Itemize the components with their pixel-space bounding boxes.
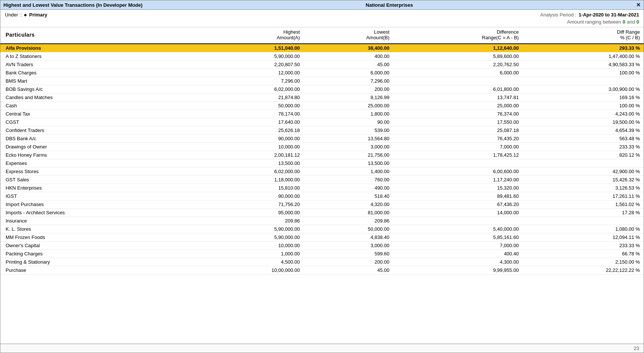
cell-highest: 10,00,000.00 bbox=[199, 266, 304, 274]
cell-highest: 12,000.00 bbox=[199, 69, 304, 77]
cell-highest: 1,000.00 bbox=[199, 250, 304, 258]
table-row[interactable]: HKN Enterprises15,810.00490.0015,320.003… bbox=[0, 184, 644, 192]
cell-particulars: Cash bbox=[0, 102, 199, 110]
table-row[interactable]: Confident Traders25,626.18539.0025,087.1… bbox=[0, 126, 644, 135]
cell-difference: 89,481.60 bbox=[393, 192, 522, 200]
table-row[interactable]: K. L. Stores5,90,000.0050,000.005,40,000… bbox=[0, 225, 644, 233]
table-header-row: Particulars Highest Amount(A) Lowest Amo… bbox=[0, 27, 644, 42]
cell-particulars: IGST bbox=[0, 192, 199, 200]
cell-difference: 6,00,600.00 bbox=[393, 168, 522, 176]
cell-particulars: GST Sales bbox=[0, 176, 199, 184]
cell-lowest: 518.40 bbox=[304, 192, 393, 200]
amount-and: and bbox=[627, 19, 635, 25]
table-row[interactable]: Ecko Honey Farms2,00,181.1221,756.001,78… bbox=[0, 151, 644, 159]
cell-lowest: 8,126.99 bbox=[304, 93, 393, 102]
amount-to: 0 bbox=[637, 19, 639, 25]
cell-particulars: Packing Charges bbox=[0, 250, 199, 258]
table-row[interactable]: Printing & Stationary4,500.00200.004,300… bbox=[0, 258, 644, 266]
diamond-icon: ◆ bbox=[24, 13, 27, 17]
cell-particulars: Import Purchases bbox=[0, 200, 199, 209]
table-row[interactable]: IGST90,000.00518.4089,481.6017,261.11 % bbox=[0, 192, 644, 200]
cell-highest: 209.86 bbox=[199, 217, 304, 225]
cell-particulars: Imports - Architect Services bbox=[0, 209, 199, 217]
cell-highest: 10,000.00 bbox=[199, 242, 304, 250]
table-row[interactable]: Expenses13,500.0013,500.00 bbox=[0, 159, 644, 168]
table-row[interactable]: Purchase10,00,000.0045.009,99,955.0022,2… bbox=[0, 266, 644, 274]
footer: 23 bbox=[0, 344, 644, 353]
table-row[interactable]: Insurance209.86209.86 bbox=[0, 217, 644, 225]
cell-difference: 7,000.00 bbox=[393, 143, 522, 151]
cell-lowest: 1,400.00 bbox=[304, 168, 393, 176]
cell-highest: 17,640.00 bbox=[199, 118, 304, 126]
cell-difference: 14,000.00 bbox=[393, 209, 522, 217]
cell-lowest: 45.00 bbox=[304, 61, 393, 69]
table-row[interactable]: DBS Bank A/c90,000.0013,564.8076,435.205… bbox=[0, 135, 644, 143]
cell-highest: 4,500.00 bbox=[199, 258, 304, 266]
cell-particulars: Central Tax bbox=[0, 110, 199, 118]
cell-highest: 15,810.00 bbox=[199, 184, 304, 192]
cell-diff-pct: 3,00,900.00 % bbox=[522, 85, 644, 93]
table-row[interactable]: Cash50,000.0025,000.0025,000.00100.00 % bbox=[0, 102, 644, 110]
amount-range-label: Amount ranging between bbox=[567, 19, 621, 25]
analysis-label: Analysis Period : bbox=[540, 12, 576, 18]
close-button[interactable]: ✕ bbox=[636, 2, 641, 8]
cell-difference: 76,374.00 bbox=[393, 110, 522, 118]
table-row[interactable]: Express Stores6,02,000.001,400.006,00,60… bbox=[0, 168, 644, 176]
cell-diff-pct: 15,426.32 % bbox=[522, 176, 644, 184]
cell-diff-pct: 563.48 % bbox=[522, 135, 644, 143]
table-row[interactable]: MM Frozen Foods5,90,000.004,838.405,85,1… bbox=[0, 233, 644, 242]
table-row[interactable]: Packing Charges1,000.00599.60400.4066.78… bbox=[0, 250, 644, 258]
table-row[interactable]: Owner's Capital10,000.003,000.007,000.00… bbox=[0, 242, 644, 250]
table-row[interactable]: Drawings of Owner10,000.003,000.007,000.… bbox=[0, 143, 644, 151]
cell-diff-pct: 233.33 % bbox=[522, 242, 644, 250]
cell-difference: 1,17,240.00 bbox=[393, 176, 522, 184]
cell-highest: 71,756.20 bbox=[199, 200, 304, 209]
cell-lowest: 200.00 bbox=[304, 258, 393, 266]
cell-particulars: MM Frozen Foods bbox=[0, 233, 199, 242]
cell-diff-pct: 12,094.11 % bbox=[522, 233, 644, 242]
table-row[interactable]: Candles and Matches21,874.808,126.9913,7… bbox=[0, 93, 644, 102]
cell-particulars: Confident Traders bbox=[0, 126, 199, 135]
table-row[interactable]: Alfa Provisions1,51,040.0038,400.001,12,… bbox=[0, 44, 644, 52]
table-row[interactable]: BOB Savings A/c6,02,000.00200.006,01,800… bbox=[0, 85, 644, 93]
cell-diff-pct: 100.00 % bbox=[522, 69, 644, 77]
table-row[interactable]: BMS Mart7,296.007,296.00 bbox=[0, 77, 644, 85]
cell-diff-pct: 4,243.00 % bbox=[522, 110, 644, 118]
cell-difference bbox=[393, 217, 522, 225]
cell-lowest: 50,000.00 bbox=[304, 225, 393, 233]
cell-diff-pct: 66.78 % bbox=[522, 250, 644, 258]
table-row[interactable]: Central Tax78,174.001,800.0076,374.004,2… bbox=[0, 110, 644, 118]
table-row[interactable]: Imports - Architect Services95,000.0081,… bbox=[0, 209, 644, 217]
cell-lowest: 7,296.00 bbox=[304, 77, 393, 85]
analysis-value: 1-Apr-2020 to 31-Mar-2021 bbox=[579, 12, 639, 18]
cell-highest: 6,02,000.00 bbox=[199, 85, 304, 93]
cell-lowest: 38,400.00 bbox=[304, 44, 393, 52]
table-row[interactable]: GST Sales1,18,000.00760.001,17,240.0015,… bbox=[0, 176, 644, 184]
cell-difference: 76,435.20 bbox=[393, 135, 522, 143]
cell-lowest: 90.00 bbox=[304, 118, 393, 126]
cell-lowest: 81,000.00 bbox=[304, 209, 393, 217]
cell-difference: 1,12,640.00 bbox=[393, 44, 522, 52]
table-row[interactable]: A to Z Stationers5,90,000.00400.005,89,6… bbox=[0, 52, 644, 61]
cell-diff-pct: 1,561.02 % bbox=[522, 200, 644, 209]
cell-difference: 67,436.20 bbox=[393, 200, 522, 209]
table-row[interactable]: Bank Charges12,000.006,000.006,000.00100… bbox=[0, 69, 644, 77]
col-header-highest: Highest Amount(A) bbox=[199, 27, 304, 42]
cell-lowest: 6,000.00 bbox=[304, 69, 393, 77]
cell-difference: 6,000.00 bbox=[393, 69, 522, 77]
amount-range-section: Amount ranging between 0 and 0 bbox=[567, 19, 639, 25]
cell-diff-pct bbox=[522, 77, 644, 85]
cell-difference: 400.40 bbox=[393, 250, 522, 258]
cell-lowest: 209.86 bbox=[304, 217, 393, 225]
analysis-section: Analysis Period : 1-Apr-2020 to 31-Mar-2… bbox=[540, 12, 639, 18]
cell-diff-pct: 1,080.00 % bbox=[522, 225, 644, 233]
table-row[interactable]: Import Purchases71,756.204,320.0067,436.… bbox=[0, 200, 644, 209]
table-row[interactable]: CGST17,640.0090.0017,550.0019,500.00 % bbox=[0, 118, 644, 126]
cell-lowest: 4,838.40 bbox=[304, 233, 393, 242]
page-number: 23 bbox=[634, 346, 639, 351]
cell-highest: 13,500.00 bbox=[199, 159, 304, 168]
cell-diff-pct: 3,126.53 % bbox=[522, 184, 644, 192]
cell-particulars: BOB Savings A/c bbox=[0, 85, 199, 93]
table-row[interactable]: AVN Traders2,20,807.5045.002,20,762.504,… bbox=[0, 61, 644, 69]
cell-difference: 15,320.00 bbox=[393, 184, 522, 192]
